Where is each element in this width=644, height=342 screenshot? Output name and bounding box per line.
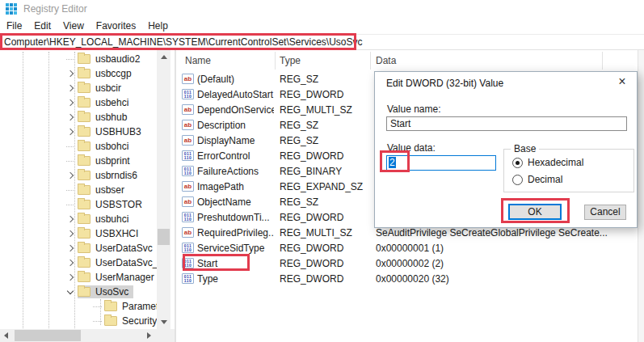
tree-connector <box>65 140 78 153</box>
tree-item-usbser[interactable]: usbser <box>0 183 157 197</box>
value-name-label: Value name: <box>387 103 441 115</box>
radio-unselected-icon[interactable] <box>512 175 523 185</box>
value-row-type[interactable]: TypeREG_DWORD0x00000020 (32) <box>178 271 638 286</box>
folder-icon <box>104 302 117 311</box>
tree-item-usbcir[interactable]: usbcir <box>0 81 157 95</box>
folder-icon <box>78 258 90 268</box>
chevron-right-icon[interactable] <box>65 227 78 240</box>
chevron-right-icon[interactable] <box>65 271 78 284</box>
chevron-down-icon[interactable] <box>65 285 78 298</box>
address-bar[interactable]: Computer\HKEY_LOCAL_MACHINE\SYSTEM\Curre… <box>0 34 644 50</box>
folder-icon <box>104 316 117 326</box>
scroll-left-icon[interactable] <box>4 332 8 339</box>
string-value-icon <box>182 196 194 207</box>
menu-edit[interactable]: Edit <box>34 20 51 32</box>
tree-item-parameters[interactable]: Parameters <box>0 299 157 314</box>
value-row-start[interactable]: StartREG_DWORD0x00000002 (2) <box>178 255 638 271</box>
folder-icon <box>78 171 90 180</box>
column-header-type[interactable]: Type <box>280 55 301 66</box>
scroll-right-icon[interactable] <box>147 332 151 339</box>
tree-item-usbstor[interactable]: USBSTOR <box>0 197 157 212</box>
tree-connector <box>65 154 78 167</box>
tree-connector <box>65 184 78 196</box>
list-vertical-scrollbar[interactable] <box>638 50 644 342</box>
tree-item-usbuhci[interactable]: usbuhci <box>0 212 157 226</box>
tree-item-usermanager[interactable]: UserManager <box>0 270 157 285</box>
tree-item-usbhub3[interactable]: USBHUB3 <box>0 125 157 139</box>
folder-icon <box>78 272 90 282</box>
close-icon[interactable]: × <box>615 74 629 89</box>
tree-item-usbprint[interactable]: usbprint <box>0 154 157 168</box>
column-separator[interactable] <box>275 52 276 70</box>
chevron-right-icon[interactable] <box>65 111 78 124</box>
column-header-name[interactable]: Name <box>185 55 211 66</box>
column-separator[interactable] <box>602 52 603 70</box>
tree-connector <box>65 198 78 211</box>
chevron-right-icon[interactable] <box>65 96 78 109</box>
string-value-icon <box>182 227 194 238</box>
selected-text: 2 <box>389 157 396 168</box>
scrollbar-corner <box>156 329 176 342</box>
tree-selection: UsoSvc <box>78 285 133 298</box>
folder-icon <box>78 98 90 108</box>
chevron-right-icon[interactable] <box>65 67 78 80</box>
menu-favorites[interactable]: Favorites <box>96 20 136 32</box>
tree-connector <box>91 315 104 327</box>
tree-item-usbrndis6[interactable]: usbrndis6 <box>0 168 157 183</box>
tree-item-usbccgp[interactable]: usbccgp <box>0 66 157 81</box>
chevron-right-icon[interactable] <box>65 213 78 226</box>
dword-value-icon <box>182 243 194 253</box>
tree-item-security[interactable]: Security <box>0 314 157 328</box>
tree-horizontal-scrollbar[interactable] <box>0 329 156 342</box>
tree-item-userdatasvc-4[interactable]: UserDataSvc_4 <box>0 255 157 270</box>
tree-item-usbaudio2[interactable]: usbaudio2 <box>0 52 157 66</box>
string-value-icon <box>182 135 194 146</box>
tree-item-usbohci[interactable]: usbohci <box>0 139 157 154</box>
tree-item-usbxhci[interactable]: USBXHCI <box>0 226 157 241</box>
folder-icon <box>78 141 90 151</box>
folder-icon <box>78 112 90 122</box>
radio-selected-icon[interactable] <box>512 158 523 168</box>
radio-hexadecimal[interactable]: Hexadecimal <box>512 157 583 168</box>
folder-icon <box>78 127 90 137</box>
ok-button[interactable]: OK <box>508 204 562 220</box>
column-separator[interactable] <box>370 52 371 70</box>
scroll-up-icon[interactable] <box>161 55 167 59</box>
vertical-scrollbar-thumb[interactable] <box>158 229 170 245</box>
value-name-field[interactable]: Start <box>386 116 627 131</box>
value-data-field[interactable]: 2 <box>386 155 496 171</box>
horizontal-scrollbar-thumb[interactable] <box>15 330 81 341</box>
edit-dword-dialog: Edit DWORD (32-bit) Value × Value name: … <box>374 71 638 228</box>
menu-view[interactable]: View <box>63 20 84 32</box>
tree-item-usbhub[interactable]: usbhub <box>0 110 157 125</box>
folder-icon <box>78 287 90 297</box>
tree-item-usosvc[interactable]: UsoSvc <box>0 285 157 299</box>
folder-icon <box>78 229 90 239</box>
chevron-right-icon[interactable] <box>65 242 78 255</box>
tree-item-usbehci[interactable]: usbehci <box>0 95 157 110</box>
title-bar: Registry Editor <box>0 0 644 18</box>
value-row-servicesidtype[interactable]: ServiceSidTypeREG_DWORD0x00000001 (1) <box>178 240 638 255</box>
list-header: Name Type Data <box>178 50 638 71</box>
window-title: Registry Editor <box>23 3 87 15</box>
scroll-down-icon[interactable] <box>161 320 167 324</box>
dword-value-icon <box>182 89 194 99</box>
radio-decimal[interactable]: Decimal <box>512 174 562 185</box>
chevron-right-icon[interactable] <box>65 256 78 269</box>
dword-value-icon <box>182 258 194 268</box>
dword-value-icon <box>182 273 194 284</box>
cancel-button[interactable]: Cancel <box>584 205 626 220</box>
chevron-right-icon[interactable] <box>65 169 78 182</box>
string-value-icon <box>182 181 194 192</box>
tree-item-userdatasvc[interactable]: UserDataSvc <box>0 241 157 255</box>
menu-bar: File Edit View Favorites Help <box>0 18 644 34</box>
registry-tree-pane: usbaudio2 usbccgp usbcir usbehci usbhub … <box>0 50 176 342</box>
tree-vertical-scrollbar[interactable] <box>157 50 170 329</box>
dword-value-icon <box>182 212 194 222</box>
folder-icon <box>78 185 90 195</box>
column-header-data[interactable]: Data <box>376 55 396 66</box>
chevron-right-icon[interactable] <box>65 125 78 138</box>
menu-file[interactable]: File <box>6 20 22 32</box>
chevron-right-icon[interactable] <box>65 82 78 95</box>
menu-help[interactable]: Help <box>148 20 168 32</box>
